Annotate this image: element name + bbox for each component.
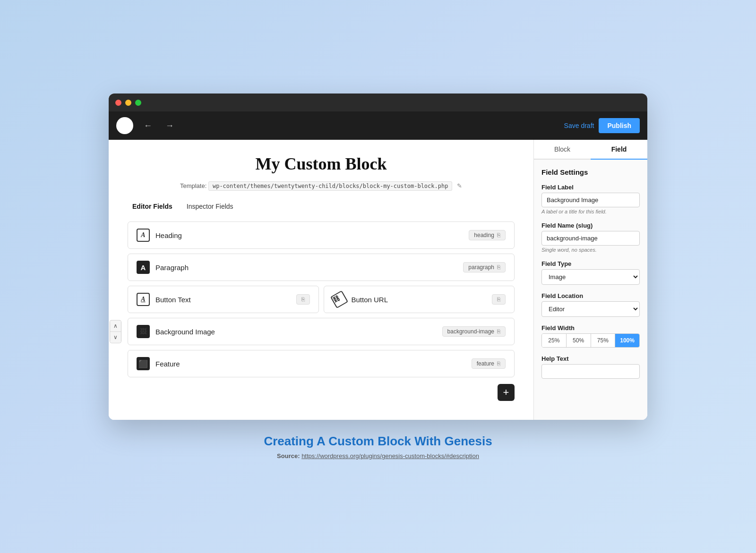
button-fields-row: A Button Text ⎘ ⛓ Button URL [128,286,515,313]
width-75[interactable]: 75% [591,334,616,347]
button-text-badge-icon[interactable]: ⎘ [301,296,305,303]
header-left: ← → [116,117,177,134]
add-button-row: + [128,384,515,401]
sidebar-tabs: Block Field [534,140,647,160]
field-row-left: A Button Text [137,293,191,306]
field-width-label: Field Width [541,324,640,332]
template-edit-icon[interactable]: ✎ [457,182,462,189]
field-location-select[interactable]: Editor Inspector [541,301,640,317]
fields-area: A Heading heading ⎘ A Paragraph [128,221,515,401]
field-label-input[interactable] [541,193,640,207]
field-row-left: 🖼 Background Image [137,325,215,338]
field-label-hint: A label or a title for this field. [541,209,640,214]
field-type-select[interactable]: Image Text Textarea URL Toggle [541,269,640,285]
reorder-down-button[interactable]: ∨ [110,332,121,343]
background-image-badge: background-image ⎘ [442,326,506,337]
field-row-left: ⬛ Feature [137,357,180,370]
sidebar-content: Field Settings Field Label A label or a … [534,160,647,395]
block-title: My Custom Block [128,154,515,174]
field-location-group: Field Location Editor Inspector [541,292,640,317]
field-name-group: Field Name (slug) Single word, no spaces… [541,222,640,253]
field-label-group: Field Label A label or a title for this … [541,184,640,214]
field-label-label: Field Label [541,184,640,191]
field-row-left: A Heading [137,229,182,242]
tab-field[interactable]: Field [591,140,647,160]
wordpress-logo[interactable] [116,117,133,134]
window-maximize-dot[interactable] [135,100,141,106]
heading-badge-text: heading [474,232,494,238]
paragraph-badge-text: paragraph [468,264,494,271]
feature-field-name: Feature [155,360,180,368]
background-image-icon: 🖼 [137,325,150,338]
width-25[interactable]: 25% [542,334,567,347]
tab-inspector-fields[interactable]: Inspector Fields [187,203,233,212]
background-image-badge-text: background-image [447,328,494,335]
button-text-icon: A [137,293,150,306]
field-location-label: Field Location [541,292,640,299]
feature-badge-text: feature [477,360,494,367]
bg-image-wrapper: ∧ ∨ 🖼 Background Image background-image … [128,318,515,345]
back-button[interactable]: ← [141,119,155,133]
template-line: Template: wp-content/themes/twentytwenty… [128,182,515,189]
width-selector: 25% 50% 75% 100% [541,333,640,348]
tab-editor-fields[interactable]: Editor Fields [132,203,172,212]
add-field-button[interactable]: + [498,384,515,401]
help-text-group: Help Text [541,355,640,379]
feature-field-badge: feature ⎘ [472,358,506,369]
editor-main: My Custom Block Template: wp-content/the… [109,140,534,420]
heading-field-name: Heading [155,231,182,239]
help-text-input[interactable] [541,364,640,379]
browser-window: ← → Save draft Publish My Custom Block T… [109,94,647,420]
paragraph-field-badge: paragraph ⎘ [463,262,506,272]
button-url-badge: ⎘ [492,294,506,305]
footer-source: Source: https://wordpress.org/plugins/ge… [264,452,492,459]
publish-button[interactable]: Publish [599,118,640,133]
editor-tabs: Editor Fields Inspector Fields [128,203,515,212]
field-row-left: ⛓ Button URL [333,293,388,306]
footer-title: Creating A Custom Block With Genesis [264,434,492,449]
width-50[interactable]: 50% [567,334,591,347]
field-name-input[interactable] [541,231,640,246]
editor-body: My Custom Block Template: wp-content/the… [109,140,647,420]
help-text-label: Help Text [541,355,640,362]
heading-field-badge: heading ⎘ [469,230,506,240]
background-image-field-name: Background Image [155,328,215,336]
feature-field-icon: ⬛ [137,357,150,370]
field-type-label: Field Type [541,260,640,267]
window-close-dot[interactable] [115,100,121,106]
page-wrapper: ← → Save draft Publish My Custom Block T… [109,94,647,459]
heading-field-icon: A [137,229,150,242]
field-row-button-url: ⛓ Button URL ⎘ [324,286,515,313]
page-footer: Creating A Custom Block With Genesis Sou… [264,434,492,459]
background-image-badge-icon[interactable]: ⎘ [497,328,500,335]
paragraph-badge-icon[interactable]: ⎘ [497,264,500,271]
paragraph-field-icon: A [137,261,150,274]
window-minimize-dot[interactable] [125,100,131,106]
tab-block[interactable]: Block [534,140,591,160]
button-url-field-name: Button URL [352,296,388,304]
heading-badge-icon[interactable]: ⎘ [497,232,500,238]
field-width-group: Field Width 25% 50% 75% 100% [541,324,640,348]
field-row-heading: A Heading heading ⎘ [128,221,515,249]
save-draft-button[interactable]: Save draft [564,122,594,129]
field-row-feature: ⬛ Feature feature ⎘ [128,350,515,377]
browser-titlebar [109,94,647,111]
source-label: Source: [277,452,300,459]
width-100[interactable]: 100% [615,334,639,347]
field-type-group: Field Type Image Text Textarea URL Toggl… [541,260,640,285]
paragraph-field-name: Paragraph [155,264,189,272]
template-path: wp-content/themes/twentytwenty-child/blo… [208,181,453,191]
source-url[interactable]: https://wordpress.org/plugins/genesis-cu… [301,452,479,459]
field-row-left: A Paragraph [137,261,189,274]
button-url-icon: ⛓ [330,290,348,308]
reorder-up-button[interactable]: ∧ [110,321,121,332]
button-text-badge: ⎘ [296,294,310,305]
field-row-background-image: 🖼 Background Image background-image ⎘ [128,318,515,345]
feature-badge-icon[interactable]: ⎘ [497,360,500,367]
template-prefix: Template: [180,182,206,189]
forward-button[interactable]: → [163,119,177,133]
reorder-arrows: ∧ ∨ [110,320,121,343]
button-url-badge-icon[interactable]: ⎘ [497,296,500,303]
header-right: Save draft Publish [564,118,640,133]
wp-editor-header: ← → Save draft Publish [109,111,647,140]
